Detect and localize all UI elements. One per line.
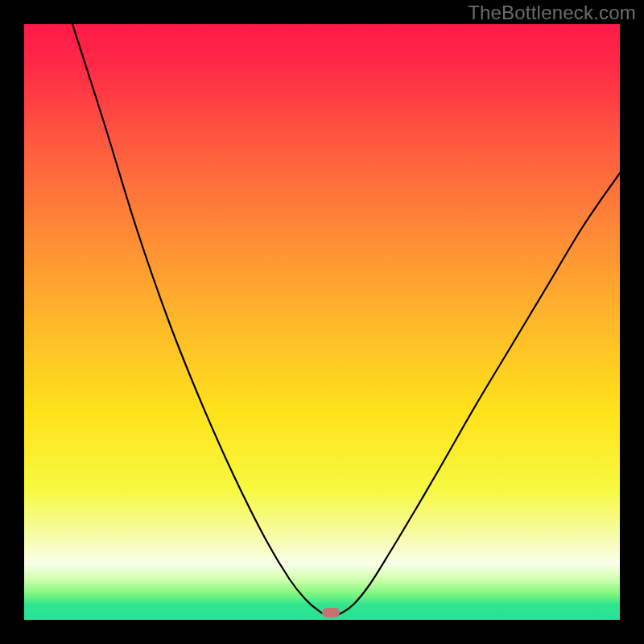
chart-frame: TheBottleneck.com (0, 0, 644, 644)
bottleneck-chart-svg (24, 24, 620, 620)
gradient-background (24, 24, 620, 620)
plot-area (24, 24, 620, 620)
optimal-marker (322, 608, 340, 617)
watermark-text: TheBottleneck.com (468, 2, 636, 24)
